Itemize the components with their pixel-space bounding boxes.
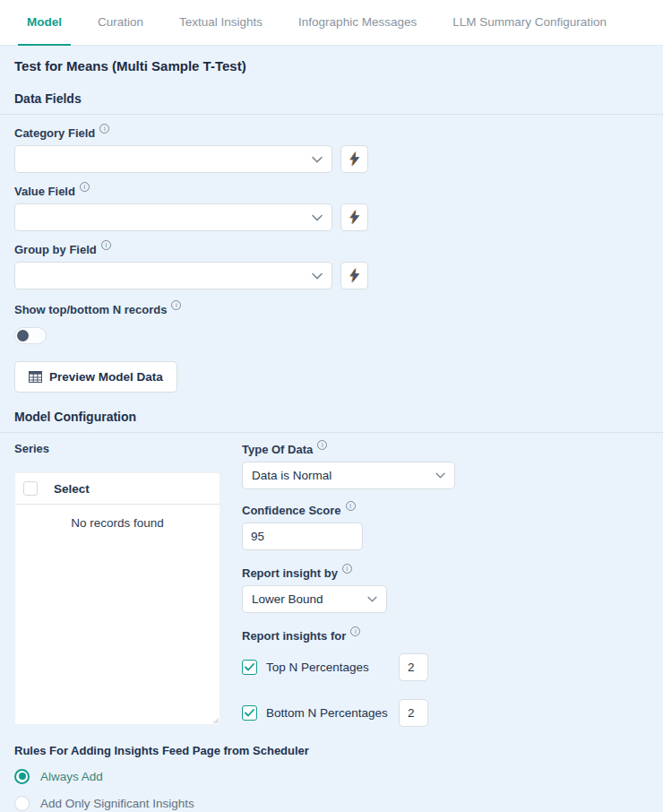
- chevron-down-icon: [435, 472, 445, 479]
- category-field-select[interactable]: [14, 145, 332, 173]
- type-of-data-select[interactable]: Data is Normal: [242, 462, 455, 489]
- group-by-field-bolt-button[interactable]: [340, 262, 368, 289]
- tab-infographic-messages[interactable]: Infographic Messages: [289, 15, 426, 46]
- report-insight-by-label: Report insight by i: [242, 566, 455, 580]
- type-of-data-label-text: Type Of Data: [242, 443, 313, 456]
- tab-model[interactable]: Model: [18, 15, 71, 46]
- group-by-field-label: Group by Field i: [14, 243, 649, 256]
- series-table: Select No records found: [14, 472, 220, 725]
- select-column-header: Select: [54, 482, 90, 496]
- radio-button-icon[interactable]: [14, 769, 30, 784]
- rules-section-title: Rules For Adding Insights Feed Page from…: [14, 744, 649, 757]
- report-insights-for-label: Report insights for i: [242, 629, 455, 643]
- table-icon: [29, 371, 42, 383]
- info-icon[interactable]: i: [99, 124, 109, 134]
- tab-llm-summary-configuration[interactable]: LLM Summary Configuration: [443, 15, 616, 46]
- tab-curation[interactable]: Curation: [89, 15, 152, 46]
- chevron-down-icon: [367, 596, 377, 602]
- show-top-bottom-label: Show top/bottom N records i: [14, 303, 649, 316]
- page-title: Test for Means (Multi Sample T-Test): [14, 58, 649, 73]
- category-field-label-text: Category Field: [14, 126, 95, 140]
- report-insight-by-label-text: Report insight by: [242, 566, 338, 580]
- chevron-down-icon: [312, 272, 323, 280]
- bolt-icon: [349, 210, 360, 225]
- chevron-down-icon: [312, 214, 323, 221]
- group-by-field-label-text: Group by Field: [14, 243, 97, 256]
- show-top-bottom-toggle[interactable]: [14, 327, 47, 344]
- tab-bar: Model Curation Textual Insights Infograp…: [0, 0, 663, 46]
- chevron-down-icon: [312, 156, 323, 163]
- confidence-score-label-text: Confidence Score: [242, 504, 341, 517]
- top-n-percentages-label: Top N Percentages: [266, 661, 399, 674]
- info-icon[interactable]: i: [346, 501, 356, 511]
- info-icon[interactable]: i: [101, 240, 111, 250]
- type-of-data-label: Type Of Data i: [242, 443, 455, 456]
- top-n-percentages-input[interactable]: [399, 653, 428, 681]
- show-top-bottom-label-text: Show top/bottom N records: [14, 303, 167, 316]
- content-panel: Test for Means (Multi Sample T-Test) Dat…: [0, 46, 663, 812]
- bottom-n-percentages-row: Bottom N Percentages: [242, 699, 455, 727]
- info-icon[interactable]: i: [80, 182, 90, 192]
- top-n-percentages-checkbox[interactable]: [242, 660, 257, 675]
- category-field-label: Category Field i: [14, 126, 649, 140]
- tab-textual-insights[interactable]: Textual Insights: [170, 15, 271, 46]
- value-field-select[interactable]: [14, 203, 332, 231]
- report-insight-by-value: Lower Bound: [252, 592, 323, 606]
- bottom-n-percentages-input[interactable]: [399, 699, 428, 727]
- report-insight-by-select[interactable]: Lower Bound: [242, 585, 387, 613]
- check-icon: [245, 663, 254, 671]
- resize-handle[interactable]: [212, 717, 219, 723]
- value-field-bolt-button[interactable]: [340, 203, 368, 231]
- radio-always-add-label: Always Add: [40, 770, 103, 783]
- preview-button-label: Preview Model Data: [49, 370, 163, 384]
- report-insights-for-label-text: Report insights for: [242, 629, 346, 643]
- preview-model-data-button[interactable]: Preview Model Data: [14, 361, 177, 393]
- radio-always-add[interactable]: Always Add: [14, 768, 649, 784]
- type-of-data-value: Data is Normal: [252, 469, 332, 482]
- confidence-score-input[interactable]: [242, 523, 363, 550]
- radio-add-only-significant-label: Add Only Significant Insights: [40, 797, 194, 810]
- info-icon[interactable]: i: [342, 564, 352, 574]
- category-field-bolt-button[interactable]: [340, 145, 368, 173]
- value-field-label-text: Value Field: [14, 185, 75, 198]
- info-icon[interactable]: i: [350, 626, 360, 636]
- data-fields-section-title: Data Fields: [0, 91, 663, 115]
- bolt-icon: [349, 268, 360, 283]
- radio-add-only-significant[interactable]: Add Only Significant Insights: [14, 795, 649, 811]
- bottom-n-percentages-checkbox[interactable]: [242, 705, 257, 721]
- select-all-checkbox[interactable]: [23, 481, 38, 496]
- confidence-score-label: Confidence Score i: [242, 504, 455, 517]
- no-records-text: No records found: [15, 505, 220, 530]
- series-label: Series: [14, 442, 220, 455]
- bottom-n-percentages-label: Bottom N Percentages: [266, 706, 399, 720]
- info-icon[interactable]: i: [171, 300, 181, 310]
- model-configuration-section-title: Model Configuration: [0, 410, 663, 433]
- value-field-label: Value Field i: [14, 185, 649, 198]
- bolt-icon: [349, 151, 360, 167]
- radio-button-icon[interactable]: [14, 796, 30, 811]
- check-icon: [245, 709, 254, 717]
- info-icon[interactable]: i: [317, 440, 327, 450]
- top-n-percentages-row: Top N Percentages: [242, 653, 455, 681]
- group-by-field-select[interactable]: [14, 262, 332, 289]
- toggle-knob: [17, 330, 29, 341]
- series-table-header: Select: [15, 473, 220, 505]
